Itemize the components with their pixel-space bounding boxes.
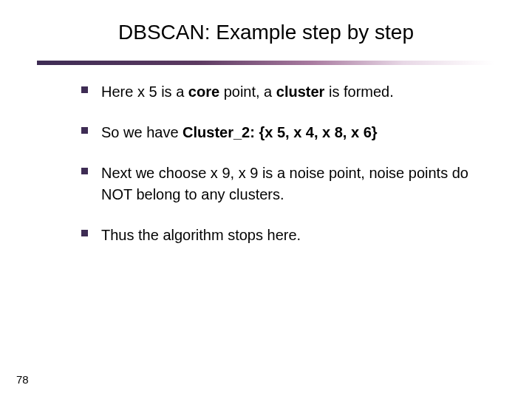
text-run: So we have bbox=[101, 124, 183, 140]
text-run: Next we choose x 9, x 9 is a noise point… bbox=[101, 165, 468, 202]
text-run: Here x 5 is a bbox=[101, 83, 188, 100]
page-number: 78 bbox=[16, 373, 29, 386]
text-bold: Cluster_2: {x 5, x 4, x 8, x 6} bbox=[183, 124, 378, 140]
text-bold: core bbox=[188, 83, 219, 100]
list-item: So we have Cluster_2: {x 5, x 4, x 8, x … bbox=[81, 122, 495, 143]
bullet-text: Next we choose x 9, x 9 is a noise point… bbox=[101, 163, 495, 205]
bullet-icon bbox=[81, 86, 88, 93]
slide-title: DBSCAN: Example step by step bbox=[0, 21, 532, 44]
text-run: point, a bbox=[219, 83, 276, 100]
slide: DBSCAN: Example step by step Here x 5 is… bbox=[0, 0, 532, 399]
bullet-list: Here x 5 is a core point, a cluster is f… bbox=[81, 81, 495, 265]
bullet-text: Thus the algorithm stops here. bbox=[101, 225, 301, 246]
bullet-icon bbox=[81, 127, 88, 134]
text-run: Thus the algorithm stops here. bbox=[101, 227, 301, 243]
bullet-text: Here x 5 is a core point, a cluster is f… bbox=[101, 81, 394, 103]
list-item: Next we choose x 9, x 9 is a noise point… bbox=[81, 163, 495, 205]
bullet-icon bbox=[81, 230, 88, 236]
text-bold: cluster bbox=[276, 83, 325, 100]
bullet-icon bbox=[81, 168, 88, 174]
title-underline bbox=[37, 61, 495, 65]
bullet-text: So we have Cluster_2: {x 5, x 4, x 8, x … bbox=[101, 122, 378, 143]
list-item: Here x 5 is a core point, a cluster is f… bbox=[81, 81, 495, 103]
list-item: Thus the algorithm stops here. bbox=[81, 225, 495, 246]
text-run: is formed. bbox=[324, 83, 393, 100]
